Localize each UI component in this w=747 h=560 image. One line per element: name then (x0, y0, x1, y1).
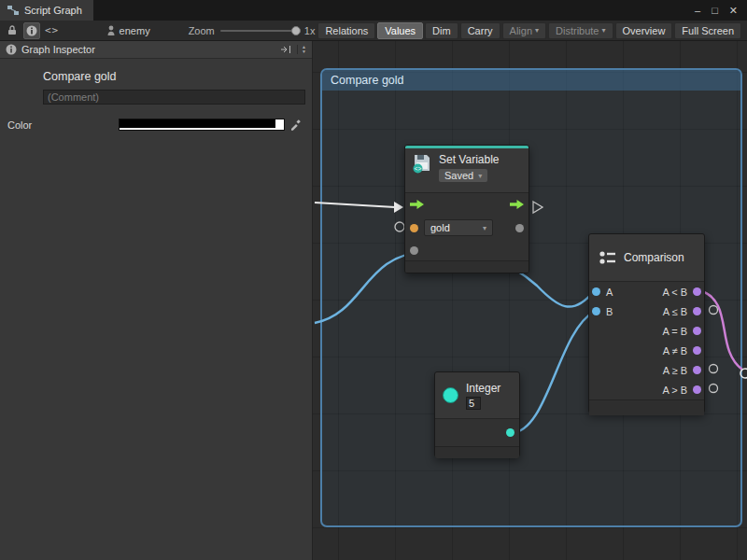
comparison-row: A = B (589, 321, 704, 341)
comparison-row: B A ≤ B (589, 301, 704, 321)
unconnected-flow-output-hint (533, 202, 543, 213)
output-a-lte-b-port[interactable] (693, 307, 701, 315)
node-footer (589, 399, 704, 415)
graph-owner-reference[interactable]: enemy (106, 25, 150, 36)
output-a-gt-b-port[interactable] (693, 385, 701, 394)
zoom-slider[interactable] (220, 30, 299, 32)
variable-name-dropdown[interactable]: gold ▾ (424, 219, 493, 236)
graph-owner-label: enemy (120, 25, 150, 36)
unconnected-input-hint (395, 222, 404, 231)
graph-inspector-panel: Graph Inspector ▲ ▼ Compare gold Color (0, 41, 313, 560)
distribute-dropdown-button[interactable]: Distribute ▾ (548, 22, 613, 39)
maximize-button[interactable]: □ (712, 5, 718, 16)
flow-wire-arrowhead (394, 202, 403, 213)
zoom-slider-handle[interactable] (291, 26, 301, 35)
flow-output-port[interactable] (510, 200, 524, 209)
color-swatch[interactable] (119, 119, 285, 131)
dock-panel-icon[interactable] (280, 45, 291, 54)
output-a-eq-b-port[interactable] (693, 327, 701, 335)
save-variable-icon: <> (412, 153, 432, 174)
zoom-label: Zoom (189, 25, 215, 36)
overview-button[interactable]: Overview (615, 22, 673, 39)
dim-button[interactable]: Dim (425, 22, 458, 39)
output-a-neq-b-port[interactable] (693, 346, 701, 355)
zoom-value: 1x (304, 25, 316, 36)
integer-output-port[interactable] (506, 428, 514, 437)
integer-value-input[interactable] (466, 397, 481, 410)
variable-kind-dropdown[interactable]: Saved ▾ (439, 169, 487, 182)
output-label: A < B (662, 287, 687, 298)
output-label: A = B (662, 326, 687, 337)
integer-type-icon (443, 387, 458, 403)
lock-icon[interactable] (4, 22, 21, 39)
distribute-label: Distribute (556, 25, 599, 36)
eyedropper-button[interactable] (289, 119, 302, 131)
chevron-down-icon: ▾ (483, 224, 486, 232)
relations-button[interactable]: Relations (317, 22, 375, 39)
value-input-port[interactable] (410, 246, 418, 255)
node-comparison[interactable]: Comparison A A < B B A ≤ B A (588, 233, 705, 413)
full-screen-button[interactable]: Full Screen (674, 22, 741, 39)
chevron-down-icon: ▾ (535, 26, 539, 35)
unconnected-output-hint (710, 385, 718, 393)
inspected-graph-title: Compare gold (43, 70, 312, 83)
title-bar: Script Graph – □ ✕ (0, 0, 747, 21)
arrow-down-icon: ▼ (302, 49, 306, 54)
output-label: A ≤ B (663, 306, 687, 317)
tab-title: Script Graph (24, 5, 82, 16)
input-a-port[interactable] (592, 287, 600, 296)
value-wire-integer-to-comparison-b[interactable] (511, 312, 594, 433)
input-a-label: A (606, 287, 613, 298)
unconnected-output-hint (710, 365, 718, 373)
game-object-icon (106, 25, 116, 36)
unconnected-output-hint (710, 306, 718, 315)
color-field-label: Color (7, 119, 119, 131)
eyedropper-icon (289, 119, 302, 131)
chevron-down-icon: ▾ (478, 172, 482, 180)
node-title: Comparison (624, 251, 684, 264)
minimize-button[interactable]: – (695, 5, 700, 16)
panel-resize-arrows[interactable]: ▲ ▼ (297, 45, 306, 54)
inspector-toggle-button[interactable] (23, 22, 40, 39)
align-label: Align (510, 25, 532, 36)
svg-text:<>: <> (415, 165, 422, 172)
values-button[interactable]: Values (377, 22, 423, 39)
input-b-port[interactable] (592, 307, 600, 315)
comparison-row: A ≠ B (589, 341, 704, 360)
align-dropdown-button[interactable]: Align ▾ (502, 22, 546, 39)
output-a-gte-b-port[interactable] (693, 366, 701, 374)
node-footer (435, 446, 519, 458)
script-graph-icon (7, 6, 19, 15)
edit-graph-button[interactable]: <> (43, 22, 60, 39)
comparison-row: A ≥ B (589, 360, 704, 380)
comparison-row: A A < B (589, 282, 704, 301)
node-footer (405, 260, 529, 273)
node-title: Integer (466, 382, 500, 395)
comparison-icon (599, 250, 616, 265)
graph-inspector-header: Graph Inspector ▲ ▼ (0, 41, 312, 59)
value-output-port[interactable] (515, 224, 524, 232)
node-set-variable[interactable]: <> Set Variable Saved ▾ (404, 145, 529, 273)
info-icon (6, 44, 17, 55)
chevron-down-icon: ▾ (602, 26, 606, 35)
result-wire-a-less-b[interactable] (699, 290, 742, 370)
info-icon (26, 25, 37, 36)
variable-name-value: gold (430, 222, 450, 233)
variable-kind-value: Saved (444, 170, 473, 181)
close-button[interactable]: ✕ (729, 5, 738, 17)
flow-wire[interactable] (315, 203, 395, 207)
tab-script-graph[interactable]: Script Graph (0, 0, 93, 21)
node-integer[interactable]: Integer (434, 371, 520, 457)
input-b-label: B (606, 306, 613, 317)
variable-name-port[interactable] (410, 224, 418, 232)
flow-input-port[interactable] (410, 200, 424, 209)
code-icon: <> (45, 24, 59, 36)
carry-button[interactable]: Carry (460, 22, 500, 39)
node-title: Set Variable (439, 153, 499, 166)
output-a-less-b-port[interactable] (693, 287, 701, 296)
output-label: A ≠ B (663, 345, 687, 357)
comment-input[interactable] (43, 90, 305, 105)
output-label: A ≥ B (663, 365, 687, 376)
comparison-row: A > B (589, 380, 704, 399)
graph-canvas[interactable]: Compare gold (313, 41, 747, 560)
